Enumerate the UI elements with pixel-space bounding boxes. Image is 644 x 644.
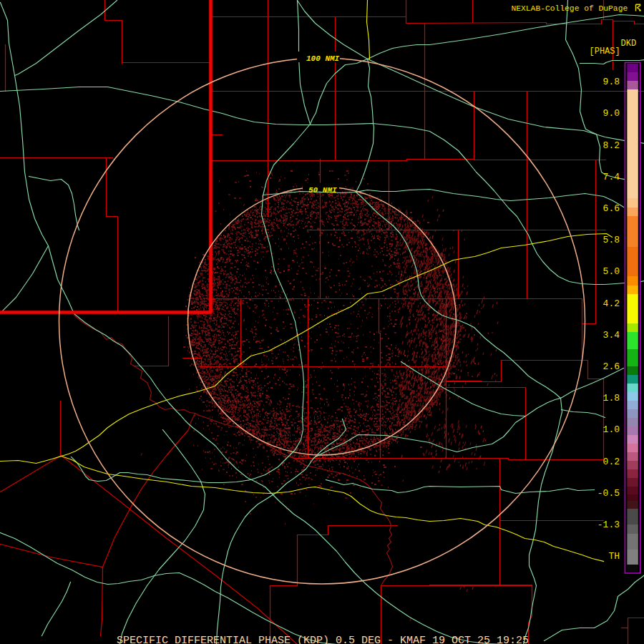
svg-text:3.4: 3.4 [603,330,620,341]
svg-text:6.6: 6.6 [603,203,620,214]
svg-text:DKD: DKD [621,39,637,49]
svg-text:4.2: 4.2 [603,298,620,309]
svg-text:-1.3: -1.3 [597,519,620,530]
svg-text:7.4: 7.4 [603,172,620,182]
svg-text:5.0: 5.0 [603,266,620,277]
svg-text:9.8: 9.8 [603,77,620,87]
svg-text:NEXLAB-College of DuPage: NEXLAB-College of DuPage [512,4,628,13]
svg-text:5.8: 5.8 [603,235,620,245]
svg-text:100 NMI: 100 NMI [306,54,340,63]
svg-text:8.2: 8.2 [603,140,620,151]
svg-text:1.0: 1.0 [603,424,620,435]
svg-text:-0.5: -0.5 [597,488,620,499]
svg-text:TH: TH [608,551,620,562]
svg-text:1.8: 1.8 [603,393,620,404]
svg-text:[PHAS]: [PHAS] [590,47,620,57]
svg-text:SPECIFIC DIFFERENTIAL PHASE (K: SPECIFIC DIFFERENTIAL PHASE (KDP) 0.5 DE… [117,635,529,644]
svg-text:50 NMI: 50 NMI [308,186,337,195]
svg-text:2.6: 2.6 [603,361,620,372]
svg-text:0.2: 0.2 [603,457,620,467]
svg-text:9.0: 9.0 [603,108,620,119]
